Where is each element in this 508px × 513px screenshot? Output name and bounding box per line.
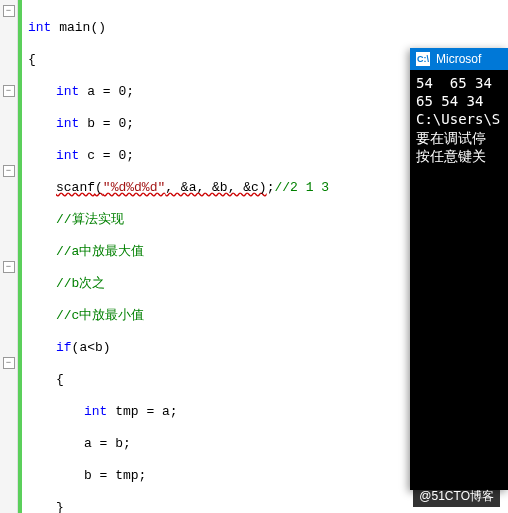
fold-icon[interactable]: −	[3, 85, 15, 97]
code-text: main()	[51, 20, 106, 35]
code-text: b = tmp;	[84, 468, 146, 483]
fold-gutter: − − − − −	[0, 0, 18, 513]
output-line: 按任意键关	[416, 147, 502, 165]
watermark: @51CTO博客	[413, 486, 500, 507]
fn-name: scanf	[56, 180, 95, 195]
code-text: b = 0;	[79, 116, 134, 131]
comment: //算法实现	[56, 212, 124, 227]
fold-icon[interactable]: −	[3, 5, 15, 17]
code-text: a = b;	[84, 436, 131, 451]
condition: (a<b)	[72, 340, 111, 355]
console-icon: C:\	[416, 52, 430, 66]
comment: //b次之	[56, 276, 105, 291]
brace: {	[56, 372, 64, 387]
keyword: int	[56, 116, 79, 131]
output-line: 54 65 34	[416, 74, 502, 92]
keyword: if	[56, 340, 72, 355]
fold-icon[interactable]: −	[3, 357, 15, 369]
fold-icon[interactable]: −	[3, 261, 15, 273]
code-text: a = 0;	[79, 84, 134, 99]
brace: }	[56, 500, 64, 513]
keyword: int	[56, 148, 79, 163]
window-title: Microsof	[436, 52, 481, 66]
fold-icon[interactable]: −	[3, 165, 15, 177]
code-text: tmp = a;	[107, 404, 177, 419]
comment: //2 1 3	[274, 180, 329, 195]
output-line: 要在调试停	[416, 129, 502, 147]
comment: //a中放最大值	[56, 244, 144, 259]
brace: {	[28, 52, 36, 67]
keyword: int	[84, 404, 107, 419]
output-line: 65 54 34	[416, 92, 502, 110]
warning-underline: scanf("%d%d%d", &a, &b, &c)	[56, 180, 267, 195]
keyword: int	[56, 84, 79, 99]
console-output: 54 65 3465 54 34C:\Users\S要在调试停按任意键关	[410, 70, 508, 490]
title-bar[interactable]: C:\ Microsof	[410, 48, 508, 70]
keyword: int	[28, 20, 51, 35]
comment: //c中放最小值	[56, 308, 144, 323]
string-literal: "%d%d%d"	[103, 180, 165, 195]
code-text: c = 0;	[79, 148, 134, 163]
console-window[interactable]: C:\ Microsof 54 65 3465 54 34C:\Users\S要…	[410, 48, 508, 490]
output-line: C:\Users\S	[416, 110, 502, 128]
